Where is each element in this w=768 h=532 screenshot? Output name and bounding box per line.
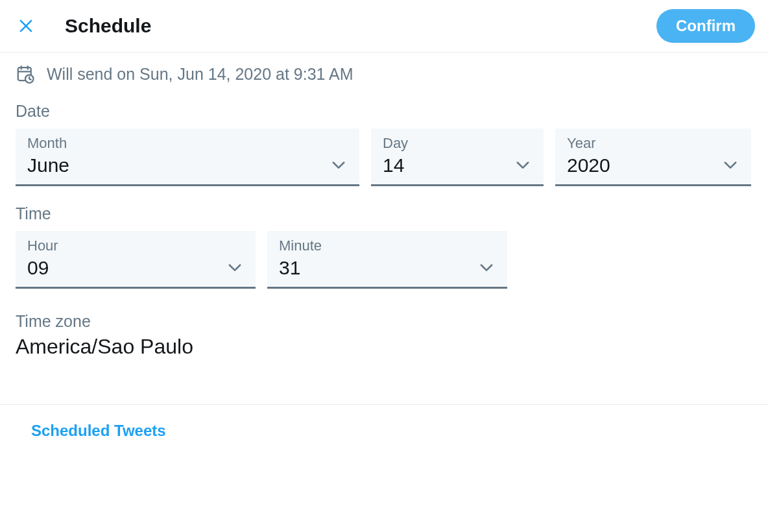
close-icon bbox=[17, 17, 35, 35]
month-select[interactable]: Month June bbox=[16, 128, 359, 186]
hour-value: 09 bbox=[27, 257, 244, 279]
chevron-down-icon bbox=[721, 156, 739, 174]
schedule-modal: Schedule Confirm Will send on Sun, Jun 1… bbox=[0, 0, 768, 532]
modal-title: Schedule bbox=[65, 15, 151, 37]
month-value: June bbox=[27, 154, 348, 176]
close-button[interactable] bbox=[13, 13, 39, 39]
hour-select[interactable]: Hour 09 bbox=[16, 231, 256, 289]
day-select[interactable]: Day 14 bbox=[371, 128, 544, 186]
schedule-status-text: Will send on Sun, Jun 14, 2020 at 9:31 A… bbox=[47, 65, 354, 84]
chevron-down-icon bbox=[514, 156, 532, 174]
date-section: Date Month June Day 14 Year 2020 bbox=[0, 84, 768, 186]
schedule-status-row: Will send on Sun, Jun 14, 2020 at 9:31 A… bbox=[0, 53, 768, 84]
day-label: Day bbox=[383, 135, 532, 152]
time-select-row: Hour 09 Minute 31 bbox=[16, 231, 752, 289]
chevron-down-icon bbox=[477, 258, 496, 276]
timezone-section: Time zone America/Sao Paulo bbox=[0, 289, 768, 359]
calendar-clock-icon bbox=[16, 64, 35, 84]
time-section: Time Hour 09 Minute 31 bbox=[0, 186, 768, 289]
day-value: 14 bbox=[383, 154, 532, 176]
hour-label: Hour bbox=[27, 237, 244, 254]
minute-label: Minute bbox=[279, 237, 496, 254]
confirm-button[interactable]: Confirm bbox=[656, 9, 755, 43]
time-section-label: Time bbox=[16, 204, 752, 223]
minute-select[interactable]: Minute 31 bbox=[267, 231, 507, 289]
date-section-label: Date bbox=[16, 102, 752, 121]
modal-footer: Scheduled Tweets bbox=[0, 405, 768, 457]
modal-header: Schedule Confirm bbox=[0, 0, 768, 53]
year-label: Year bbox=[567, 135, 739, 152]
chevron-down-icon bbox=[226, 258, 244, 276]
month-label: Month bbox=[27, 135, 348, 152]
date-select-row: Month June Day 14 Year 2020 bbox=[16, 128, 752, 186]
timezone-label: Time zone bbox=[16, 312, 752, 331]
timezone-value: America/Sao Paulo bbox=[16, 335, 752, 359]
svg-line-6 bbox=[29, 79, 31, 80]
minute-value: 31 bbox=[279, 257, 496, 279]
scheduled-tweets-link[interactable]: Scheduled Tweets bbox=[31, 422, 166, 439]
chevron-down-icon bbox=[330, 156, 348, 174]
year-value: 2020 bbox=[567, 154, 739, 176]
year-select[interactable]: Year 2020 bbox=[555, 128, 751, 186]
